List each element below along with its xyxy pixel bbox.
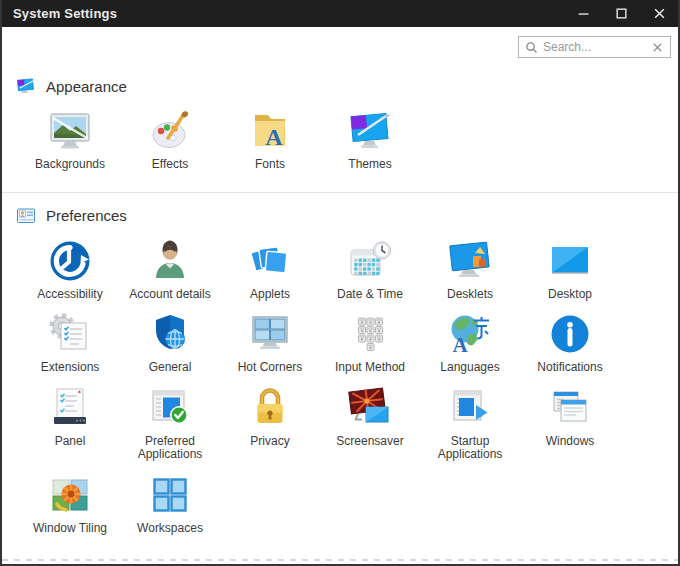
section-preferences: PreferencesAccessibilityAccount detailsA…	[2, 206, 678, 545]
hot-corners-icon	[246, 310, 294, 358]
section-appearance: AppearanceBackgroundsEffectsAFontsThemes	[2, 76, 678, 181]
grid-preferences: AccessibilityAccount detailsAppletsDate …	[20, 237, 626, 545]
section-title: Appearance	[46, 78, 127, 95]
date-time-icon	[346, 237, 394, 285]
applets-icon	[246, 237, 294, 285]
settings-item-input-method[interactable]: Input Method	[320, 310, 420, 375]
settings-item-label: Effects	[152, 158, 188, 172]
settings-item-privacy[interactable]: Privacy	[220, 384, 320, 462]
settings-item-label: Languages	[440, 361, 499, 375]
svg-text:A: A	[265, 124, 283, 150]
panel-icon	[46, 384, 94, 432]
close-button[interactable]	[640, 0, 678, 27]
backgrounds-icon	[46, 107, 94, 155]
settings-item-label: Accessibility	[37, 288, 102, 302]
search-input[interactable]	[543, 40, 646, 54]
settings-item-preferred-applications[interactable]: Preferred Applications	[120, 384, 220, 462]
settings-item-desktop[interactable]: Desktop	[520, 237, 620, 302]
privacy-icon	[246, 384, 294, 432]
settings-item-label: Notifications	[537, 361, 602, 375]
appearance-section-icon	[16, 76, 36, 96]
settings-item-label: Window Tiling	[33, 522, 107, 536]
settings-item-workspaces[interactable]: Workspaces	[120, 471, 220, 536]
section-header-preferences: Preferences	[16, 206, 678, 226]
minimize-icon	[577, 7, 590, 20]
settings-item-extensions[interactable]: Extensions	[20, 310, 120, 375]
search-icon	[525, 41, 538, 54]
settings-item-date-time[interactable]: Date & Time	[320, 237, 420, 302]
settings-item-label: Themes	[348, 158, 391, 172]
settings-item-label: Hot Corners	[238, 361, 303, 375]
settings-item-label: Privacy	[250, 435, 289, 449]
settings-item-label: Preferred Applications	[122, 435, 218, 462]
sections: AppearanceBackgroundsEffectsAFontsThemes…	[2, 76, 678, 544]
settings-item-fonts[interactable]: AFonts	[220, 107, 320, 172]
grid-appearance: BackgroundsEffectsAFontsThemes	[20, 107, 626, 181]
settings-item-label: Startup Applications	[422, 435, 518, 462]
maximize-icon	[615, 7, 628, 20]
settings-item-startup-applications[interactable]: Startup Applications	[420, 384, 520, 462]
titlebar-buttons	[564, 0, 678, 27]
settings-item-label: Input Method	[335, 361, 405, 375]
languages-icon: A	[446, 310, 494, 358]
accessibility-icon	[46, 237, 94, 285]
settings-item-label: Account details	[129, 288, 210, 302]
system-settings-window: System Settings AppearanceBackgroundsEff…	[0, 0, 680, 566]
settings-item-screensaver[interactable]: Screensaver	[320, 384, 420, 462]
startup-applications-icon	[446, 384, 494, 432]
settings-item-hot-corners[interactable]: Hot Corners	[220, 310, 320, 375]
window-title: System Settings	[2, 6, 117, 21]
effects-icon	[146, 107, 194, 155]
notifications-icon	[546, 310, 594, 358]
settings-item-label: Backgrounds	[35, 158, 105, 172]
search-clear-icon[interactable]	[651, 41, 664, 54]
settings-item-label: Applets	[250, 288, 290, 302]
account-details-icon	[146, 237, 194, 285]
settings-item-label: Date & Time	[337, 288, 403, 302]
titlebar: System Settings	[2, 0, 678, 27]
settings-item-windows[interactable]: Windows	[520, 384, 620, 462]
settings-item-applets[interactable]: Applets	[220, 237, 320, 302]
settings-item-general[interactable]: General	[120, 310, 220, 375]
preferred-applications-icon	[146, 384, 194, 432]
general-icon	[146, 310, 194, 358]
settings-item-label: General	[149, 361, 192, 375]
settings-item-accessibility[interactable]: Accessibility	[20, 237, 120, 302]
desktop-icon	[546, 237, 594, 285]
settings-item-label: Panel	[55, 435, 86, 449]
close-icon	[653, 7, 666, 20]
settings-item-languages[interactable]: ALanguages	[420, 310, 520, 375]
minimize-button[interactable]	[564, 0, 602, 27]
search-box[interactable]	[518, 36, 671, 58]
settings-item-label: Desktop	[548, 288, 592, 302]
section-header-appearance: Appearance	[16, 76, 678, 96]
input-method-icon	[346, 310, 394, 358]
desklets-icon	[446, 237, 494, 285]
workspaces-icon	[146, 471, 194, 519]
settings-item-desklets[interactable]: Desklets	[420, 237, 520, 302]
settings-item-label: Desklets	[447, 288, 493, 302]
themes-icon	[346, 107, 394, 155]
settings-item-themes[interactable]: Themes	[320, 107, 420, 172]
settings-item-panel[interactable]: Panel	[20, 384, 120, 462]
settings-item-label: Fonts	[255, 158, 285, 172]
fonts-icon: A	[246, 107, 294, 155]
bottom-overshoot-line	[2, 559, 678, 561]
extensions-icon	[46, 310, 94, 358]
screensaver-icon	[346, 384, 394, 432]
settings-item-notifications[interactable]: Notifications	[520, 310, 620, 375]
window-tiling-icon	[46, 471, 94, 519]
settings-item-backgrounds[interactable]: Backgrounds	[20, 107, 120, 172]
windows-icon	[546, 384, 594, 432]
content-area: AppearanceBackgroundsEffectsAFontsThemes…	[2, 27, 678, 564]
svg-text:A: A	[452, 333, 468, 357]
section-divider	[2, 192, 678, 193]
settings-item-account-details[interactable]: Account details	[120, 237, 220, 302]
maximize-button[interactable]	[602, 0, 640, 27]
preferences-section-icon	[16, 206, 36, 226]
settings-item-window-tiling[interactable]: Window Tiling	[20, 471, 120, 536]
settings-item-label: Screensaver	[336, 435, 403, 449]
settings-item-label: Windows	[546, 435, 595, 449]
settings-item-label: Workspaces	[137, 522, 203, 536]
settings-item-effects[interactable]: Effects	[120, 107, 220, 172]
